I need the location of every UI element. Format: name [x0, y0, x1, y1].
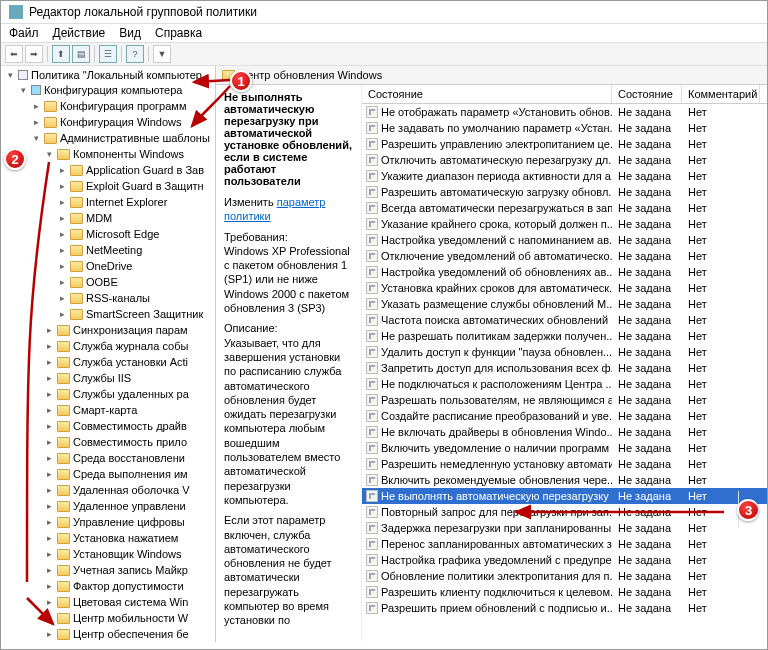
tree-item[interactable]: ▸Microsoft Edge — [53, 226, 215, 242]
tree-item[interactable]: ▸Установка нажатием — [40, 530, 215, 546]
toolbar-help-icon[interactable]: ? — [126, 45, 144, 63]
setting-icon — [366, 586, 378, 598]
list-item[interactable]: Частота поиска автоматических обновлений… — [362, 312, 767, 328]
column-comment[interactable]: Комментарий — [682, 85, 760, 103]
menu-view[interactable]: Вид — [119, 26, 141, 40]
tree-item[interactable]: ▸Службы IIS — [40, 370, 215, 386]
tree-item[interactable]: ▸OOBE — [53, 274, 215, 290]
toolbar-back-icon[interactable]: ⬅ — [5, 45, 23, 63]
menu-action[interactable]: Действие — [53, 26, 106, 40]
folder-icon — [57, 629, 70, 640]
tree-item[interactable]: ▸OneDrive — [53, 258, 215, 274]
list-item[interactable]: Не разрешать политикам задержки получен.… — [362, 328, 767, 344]
tree-item[interactable]: ▸Установщик Windows — [40, 546, 215, 562]
list-item[interactable]: Настройка графика уведомлений с предупре… — [362, 552, 767, 568]
list-item[interactable]: Разрешить клиенту подключиться к целевом… — [362, 584, 767, 600]
setting-icon — [366, 490, 378, 502]
folder-icon — [57, 549, 70, 560]
list-item[interactable]: Включить рекомендуемые обновления чере..… — [362, 472, 767, 488]
list-item[interactable]: Отключить автоматическую перезагрузку дл… — [362, 152, 767, 168]
list-item[interactable]: Повторный запрос для перезагрузки при за… — [362, 504, 767, 520]
tree-item[interactable]: ▸Цветовая система Win — [40, 594, 215, 610]
list-item[interactable]: Установка крайних сроков для автоматичес… — [362, 280, 767, 296]
column-state[interactable]: Состояние — [362, 85, 612, 103]
nav-tree[interactable]: ▾ Политика "Локальный компьютер ▾ Конфиг… — [1, 66, 216, 642]
tree-item[interactable]: ▸MDM — [53, 210, 215, 226]
list-item[interactable]: Разрешить автоматическую загрузку обновл… — [362, 184, 767, 200]
setting-icon — [366, 506, 378, 518]
tree-windows-components[interactable]: ▾Компоненты Windows — [40, 146, 215, 162]
tree-item[interactable]: ▸Службы удаленных ра — [40, 386, 215, 402]
folder-icon — [70, 261, 83, 272]
tree-item[interactable]: ▸Удаленная оболочка V — [40, 482, 215, 498]
tree-item[interactable]: ▸Синхронизация парам — [40, 322, 215, 338]
list-item[interactable]: Всегда автоматически перезагружаться в з… — [362, 200, 767, 216]
tree-item[interactable]: ▸Служба журнала собы — [40, 338, 215, 354]
toolbar-list-icon[interactable]: ☰ — [99, 45, 117, 63]
toolbar-properties-icon[interactable]: ▤ — [72, 45, 90, 63]
tree-item[interactable]: ▸Среда восстановлени — [40, 450, 215, 466]
window-title: Редактор локальной групповой политики — [29, 5, 257, 19]
list-item[interactable]: Обновление политики электропитания для п… — [362, 568, 767, 584]
tree-item[interactable]: ▸Удаленное управлени — [40, 498, 215, 514]
list-item[interactable]: Указание крайнего срока, который должен … — [362, 216, 767, 232]
setting-icon — [366, 218, 378, 230]
list-item[interactable]: Не отображать параметр «Установить обнов… — [362, 104, 767, 120]
toolbar-filter-icon[interactable]: ▼ — [153, 45, 171, 63]
list-item[interactable]: Разрешать пользователям, не являющимся а… — [362, 392, 767, 408]
tree-item[interactable]: ▸Фактор допустимости — [40, 578, 215, 594]
list-item[interactable]: Не включать драйверы в обновления Windo.… — [362, 424, 767, 440]
list-item[interactable]: Разрешить управлению электропитанием це.… — [362, 136, 767, 152]
tree-item[interactable]: ▸Совместимость драйв — [40, 418, 215, 434]
tree-admin-templates[interactable]: ▾Административные шаблоны — [27, 130, 215, 146]
folder-icon — [70, 245, 83, 256]
tree-item[interactable]: ▸Application Guard в Зав — [53, 162, 215, 178]
list-item[interactable]: Укажите диапазон периода активности для … — [362, 168, 767, 184]
list-item[interactable]: Удалить доступ к функции "пауза обновлен… — [362, 344, 767, 360]
list-item[interactable]: Настройка уведомлений об обновлениях ав.… — [362, 264, 767, 280]
tree-item[interactable]: ▸Учетная запись Майкр — [40, 562, 215, 578]
tree-item[interactable]: ▸Служба установки Acti — [40, 354, 215, 370]
list-item[interactable]: Настройка уведомлений с напоминанием ав.… — [362, 232, 767, 248]
tree-computer-config[interactable]: ▾ Конфигурация компьютера — [14, 82, 215, 98]
list-item[interactable]: Не выполнять автоматическую перезагрузку… — [362, 488, 767, 504]
list-item[interactable]: Создайте расписание преобразований и уве… — [362, 408, 767, 424]
tree-root[interactable]: ▾ Политика "Локальный компьютер — [1, 68, 215, 82]
tree-item[interactable]: ▸NetMeeting — [53, 242, 215, 258]
menu-help[interactable]: Справка — [155, 26, 202, 40]
tree-item[interactable]: ▸Среда выполнения им — [40, 466, 215, 482]
column-status[interactable]: Состояние — [612, 85, 682, 103]
list-item[interactable]: Перенос запланированных автоматических з… — [362, 536, 767, 552]
setting-icon — [366, 186, 378, 198]
tree-item[interactable]: ▸RSS-каналы — [53, 290, 215, 306]
tree-item[interactable]: ▸Internet Explorer — [53, 194, 215, 210]
tree-item[interactable]: ▸Совместимость прило — [40, 434, 215, 450]
tree-item[interactable]: ▸Exploit Guard в Защитн — [53, 178, 215, 194]
menu-file[interactable]: Файл — [9, 26, 39, 40]
tree-program-config[interactable]: ▸Конфигурация программ — [27, 98, 215, 114]
setting-icon — [366, 266, 378, 278]
tree-item[interactable]: ▸Центр мобильности W — [40, 610, 215, 626]
callout-badge-1: 1 — [230, 70, 252, 92]
list-item[interactable]: Не подключаться к расположениям Центра .… — [362, 376, 767, 392]
list-item[interactable]: Указать размещение службы обновлений М..… — [362, 296, 767, 312]
tree-windows-config[interactable]: ▸Конфигурация Windows — [27, 114, 215, 130]
list-item[interactable]: Не задавать по умолчанию параметр «Устан… — [362, 120, 767, 136]
folder-icon — [70, 229, 83, 240]
list-item[interactable]: Разрешить немедленную установку автомати… — [362, 456, 767, 472]
tree-item[interactable]: ▸Смарт-карта — [40, 402, 215, 418]
list-item[interactable]: Задержка перезагрузки при запланированны… — [362, 520, 767, 536]
list-item[interactable]: Отключение уведомлений об автоматическо.… — [362, 248, 767, 264]
setting-icon — [366, 570, 378, 582]
tree-item[interactable]: ▸Центр обеспечения бе — [40, 626, 215, 642]
policy-list[interactable]: Состояние Состояние Комментарий 3 Не ото… — [362, 85, 767, 642]
folder-icon — [57, 517, 70, 528]
list-item[interactable]: Запретить доступ для использования всех … — [362, 360, 767, 376]
tree-item[interactable]: ▸SmartScreen Защитник — [53, 306, 215, 322]
list-item[interactable]: Включить уведомление о наличии программН… — [362, 440, 767, 456]
folder-icon — [57, 421, 70, 432]
toolbar-up-icon[interactable]: ⬆ — [52, 45, 70, 63]
tree-item[interactable]: ▸Управление цифровы — [40, 514, 215, 530]
list-item[interactable]: Разрешить прием обновлений с подписью и.… — [362, 600, 767, 616]
toolbar-fwd-icon[interactable]: ➡ — [25, 45, 43, 63]
